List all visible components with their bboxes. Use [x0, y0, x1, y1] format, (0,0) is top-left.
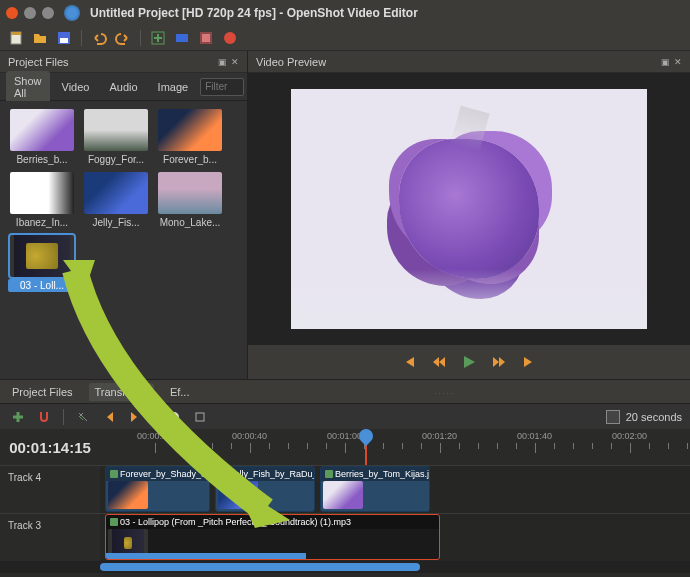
- zoom-level: 20 seconds: [626, 411, 682, 423]
- razor-button[interactable]: [73, 407, 93, 427]
- file-item[interactable]: Ibanez_In...: [8, 172, 76, 229]
- file-item[interactable]: Jelly_Fis...: [82, 172, 150, 229]
- import-files-button[interactable]: [148, 28, 168, 48]
- file-item[interactable]: Foggy_For...: [82, 109, 150, 166]
- file-item[interactable]: Mono_Lake...: [156, 172, 224, 229]
- track-lane[interactable]: Forever_by_Shady_S...Jelly_Fish_by_RaDu_…: [100, 466, 690, 513]
- clip-visible-icon: [220, 470, 228, 478]
- ruler-label: 00:00:20: [137, 431, 172, 441]
- timecode-value: 00:01:14:15: [9, 439, 91, 456]
- file-thumbnail: [10, 109, 74, 151]
- ruler-label: 00:00:40: [232, 431, 267, 441]
- clip-label: Jelly_Fish_by_RaDu_G...: [216, 467, 314, 481]
- choose-profile-button[interactable]: [172, 28, 192, 48]
- svg-rect-9: [202, 34, 210, 42]
- window-minimize-button[interactable]: [24, 7, 36, 19]
- skip-end-button[interactable]: [519, 352, 539, 372]
- tab-audio[interactable]: Audio: [101, 77, 145, 97]
- timeline-settings-button[interactable]: [190, 407, 210, 427]
- clip-visible-icon: [110, 470, 118, 478]
- timeline-ruler[interactable]: 00:00:2000:00:4000:01:0000:01:2000:01:40…: [100, 429, 690, 465]
- file-label: Foggy_For...: [82, 153, 150, 166]
- center-playhead-button[interactable]: [164, 407, 184, 427]
- clip-thumbnail: [323, 481, 363, 509]
- window-titlebar: Untitled Project [HD 720p 24 fps] - Open…: [0, 0, 690, 25]
- ruler-label: 00:02:00: [612, 431, 647, 441]
- ruler-label: 00:01:40: [517, 431, 552, 441]
- file-item[interactable]: 03 - Loll...: [8, 235, 76, 292]
- zoom-icon[interactable]: [606, 410, 620, 424]
- main-toolbar: [0, 25, 690, 51]
- file-label: Forever_b...: [156, 153, 224, 166]
- clip-label: 03 - Lollipop (From _Pitch Perfect 2_ So…: [106, 515, 439, 529]
- timeline-clip[interactable]: Berries_by_Tom_Kijas.j...: [320, 466, 430, 512]
- tab-transitions[interactable]: Transitions: [89, 383, 154, 401]
- next-marker-button[interactable]: [125, 407, 145, 427]
- svg-rect-1: [11, 32, 21, 35]
- save-project-button[interactable]: [54, 28, 74, 48]
- svg-rect-7: [176, 34, 188, 42]
- clip-label: Berries_by_Tom_Kijas.j...: [321, 467, 429, 481]
- file-thumbnail: [10, 172, 74, 214]
- tab-project-files[interactable]: Project Files: [6, 383, 79, 401]
- add-track-button[interactable]: [8, 407, 28, 427]
- timeline-clip[interactable]: Jelly_Fish_by_RaDu_G...: [215, 466, 315, 512]
- fullscreen-button[interactable]: [196, 28, 216, 48]
- track-lane[interactable]: 03 - Lollipop (From _Pitch Perfect 2_ So…: [100, 514, 690, 561]
- new-project-button[interactable]: [6, 28, 26, 48]
- tab-show-all[interactable]: Show All: [6, 71, 50, 103]
- timecode-display: 00:01:14:15: [0, 429, 100, 465]
- panel-float-icon[interactable]: ▣: [661, 57, 670, 67]
- track-header[interactable]: Track 3: [0, 514, 100, 561]
- track-header[interactable]: Track 4: [0, 466, 100, 513]
- window-title: Untitled Project [HD 720p 24 fps] - Open…: [90, 6, 418, 20]
- tab-image[interactable]: Image: [150, 77, 197, 97]
- video-preview-title: Video Preview: [256, 56, 326, 68]
- file-thumbnail: [84, 109, 148, 151]
- rewind-button[interactable]: [429, 352, 449, 372]
- panel-drag-dots[interactable]: .....: [205, 387, 684, 396]
- fast-forward-button[interactable]: [489, 352, 509, 372]
- video-preview-area: [248, 73, 690, 345]
- file-label: Ibanez_In...: [8, 216, 76, 229]
- window-close-button[interactable]: [6, 7, 18, 19]
- clip-visible-icon: [325, 470, 333, 478]
- filter-input[interactable]: [200, 78, 244, 96]
- undo-button[interactable]: [89, 28, 109, 48]
- timeline-scrollbar[interactable]: [0, 561, 690, 573]
- snapping-button[interactable]: [34, 407, 54, 427]
- timeline-clip[interactable]: 03 - Lollipop (From _Pitch Perfect 2_ So…: [105, 514, 440, 560]
- timeline-track: Track 4Forever_by_Shady_S...Jelly_Fish_b…: [0, 465, 690, 513]
- prev-marker-button[interactable]: [99, 407, 119, 427]
- window-maximize-button[interactable]: [42, 7, 54, 19]
- clip-visible-icon: [110, 518, 118, 526]
- clip-thumbnail: [218, 481, 258, 509]
- panel-close-icon[interactable]: ✕: [674, 57, 682, 67]
- file-item[interactable]: Forever_b...: [156, 109, 224, 166]
- ruler-label: 00:01:20: [422, 431, 457, 441]
- file-item[interactable]: Berries_b...: [8, 109, 76, 166]
- preview-frame[interactable]: [291, 89, 647, 329]
- file-thumbnail: [10, 235, 74, 277]
- play-button[interactable]: [459, 352, 479, 372]
- timeline-track: Track 303 - Lollipop (From _Pitch Perfec…: [0, 513, 690, 561]
- timeline: 00:01:14:15 00:00:2000:00:4000:01:0000:0…: [0, 429, 690, 577]
- timeline-scroll-thumb[interactable]: [100, 563, 420, 571]
- transport-controls: [248, 345, 690, 379]
- tab-effects[interactable]: Ef...: [164, 383, 196, 401]
- open-project-button[interactable]: [30, 28, 50, 48]
- skip-start-button[interactable]: [399, 352, 419, 372]
- panel-float-icon[interactable]: ▣: [218, 57, 227, 67]
- track-title: Track 3: [8, 520, 41, 531]
- video-preview-panel-header: Video Preview ▣ ✕: [248, 51, 690, 73]
- timeline-clip[interactable]: Forever_by_Shady_S...: [105, 466, 210, 512]
- playhead[interactable]: [365, 429, 367, 465]
- export-button[interactable]: [220, 28, 240, 48]
- panel-close-icon[interactable]: ✕: [231, 57, 239, 67]
- tab-video[interactable]: Video: [54, 77, 98, 97]
- svg-rect-15: [196, 413, 204, 421]
- file-thumbnail: [158, 109, 222, 151]
- app-icon: [64, 5, 80, 21]
- svg-rect-3: [60, 38, 68, 43]
- redo-button[interactable]: [113, 28, 133, 48]
